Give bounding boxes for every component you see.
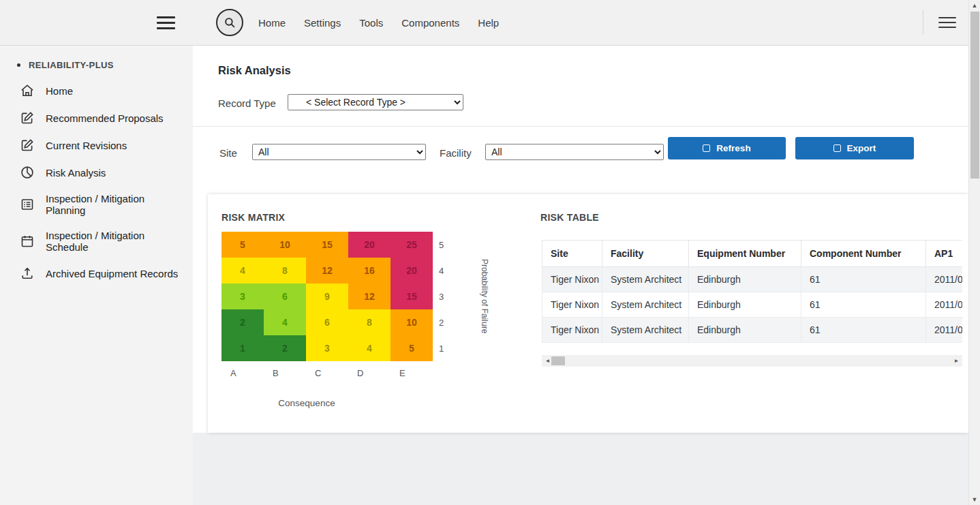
search-icon (224, 17, 236, 29)
scroll-down-arrow-icon[interactable]: ▼ (969, 496, 980, 503)
matrix-cell: 9 (306, 284, 348, 309)
refresh-button-label: Refresh (716, 143, 750, 153)
table-row: Tiger NixonSystem ArchitectEdinburgh6120… (542, 267, 963, 292)
page-vertical-scrollbar[interactable]: ▲ ▼ (968, 0, 980, 505)
export-icon (833, 144, 841, 152)
header-right (923, 10, 956, 35)
matrix-cell: 2 (221, 309, 264, 335)
refresh-icon (703, 144, 710, 152)
risk-table-container: SiteFacilityEquipment NumberComponent Nu… (542, 240, 962, 348)
matrix-cell: 5 (391, 335, 433, 361)
risk-card: RISK MATRIX 5101520254812162036912152468… (208, 194, 968, 433)
matrix-row-label: 5 (439, 232, 444, 258)
matrix-col-labels: ABCDE (221, 368, 433, 378)
table-body: Tiger NixonSystem ArchitectEdinburgh6120… (542, 267, 963, 343)
matrix-cell: 3 (221, 284, 264, 309)
table-cell: 2011/04/ (926, 267, 963, 292)
column-header-facility: Facility (602, 241, 689, 267)
site-select[interactable]: All (252, 144, 426, 160)
record-type-label: Record Type (218, 97, 276, 109)
scroll-right-arrow-icon[interactable]: ► (951, 355, 962, 367)
table-cell: 61 (801, 318, 926, 343)
search-button[interactable] (216, 9, 243, 36)
horizontal-scroll-thumb[interactable] (551, 356, 565, 365)
matrix-cell: 6 (264, 284, 306, 309)
matrix-cell: 4 (264, 309, 306, 335)
table-cell: Tiger Nixon (542, 267, 602, 292)
nav-item-settings[interactable]: Settings (304, 17, 341, 29)
table-cell: 61 (801, 267, 926, 292)
calendar-icon (20, 234, 34, 248)
matrix-col-label: E (391, 368, 433, 378)
sidebar-item-risk-analysis[interactable]: Risk Analysis (0, 159, 193, 186)
matrix-cell: 12 (306, 258, 348, 284)
nav-item-tools[interactable]: Tools (359, 17, 383, 29)
nav-item-help[interactable]: Help (478, 17, 499, 29)
matrix-cell: 10 (264, 232, 306, 258)
page-title: Risk Analysis (218, 64, 291, 77)
matrix-cell: 15 (306, 232, 348, 258)
table-cell: System Architect (602, 318, 689, 343)
matrix-cell: 20 (348, 232, 391, 258)
sidebar-item-label: Recommended Proposals (46, 112, 164, 124)
sidebar-item-label: Inspection / Mitigation Planning (46, 193, 186, 216)
matrix-col-label: B (264, 368, 306, 378)
right-menu-icon[interactable] (938, 17, 956, 28)
matrix-cell: 5 (221, 232, 264, 258)
section-divider (193, 126, 968, 127)
top-nav: HomeSettingsToolsComponentsHelp (258, 17, 499, 29)
brand: RELIABILITY-PLUS (0, 46, 193, 74)
brand-bullet-icon (17, 63, 20, 67)
table-cell: 2011/04/ (926, 318, 963, 343)
matrix-cell: 8 (264, 258, 306, 284)
matrix-cell: 8 (348, 309, 391, 335)
main-area: Risk Analysis Record Type < Select Recor… (193, 46, 968, 505)
table-row: Tiger NixonSystem ArchitectEdinburgh6120… (542, 292, 963, 318)
table-cell: 61 (801, 292, 926, 318)
matrix-y-axis-label: Probability of Failure (478, 232, 491, 361)
home-icon (20, 84, 34, 97)
matrix-row-label: 4 (439, 258, 444, 284)
scroll-up-arrow-icon[interactable]: ▲ (969, 2, 980, 9)
content-sheet: Risk Analysis Record Type < Select Recor… (193, 46, 968, 433)
table-cell: Tiger Nixon (542, 292, 602, 318)
nav-item-home[interactable]: Home (258, 17, 286, 29)
risk-matrix: 51015202548121620369121524681012345 (221, 232, 433, 361)
export-button[interactable]: Export (795, 137, 914, 159)
sidebar-item-home[interactable]: Home (0, 77, 193, 104)
matrix-cell: 15 (391, 284, 433, 309)
sidebar-item-inspection-mitigation-schedule[interactable]: Inspection / Mitigation Schedule (0, 223, 193, 260)
table-horizontal-scrollbar[interactable]: ◄ ► (542, 355, 962, 367)
sidebar-item-label: Risk Analysis (46, 167, 106, 179)
sidebar: RELIABILITY-PLUS HomeRecommended Proposa… (0, 46, 193, 505)
table-cell: Edinburgh (689, 318, 801, 343)
upload-icon (20, 266, 34, 280)
sidebar-toggle-icon[interactable] (157, 16, 175, 29)
header-divider (923, 10, 923, 35)
vertical-scroll-thumb[interactable] (970, 12, 979, 179)
matrix-col-label: C (306, 368, 348, 378)
facility-select[interactable]: All (485, 144, 664, 160)
risk-table-title: RISK TABLE (540, 212, 599, 223)
sidebar-menu: HomeRecommended ProposalsCurrent Revisio… (0, 77, 193, 287)
matrix-row-label: 3 (439, 284, 444, 309)
pencil-square-icon (20, 111, 34, 125)
matrix-cell: 10 (391, 309, 433, 335)
nav-item-components[interactable]: Components (401, 17, 459, 29)
export-button-label: Export (847, 143, 876, 153)
risk-matrix-title: RISK MATRIX (221, 212, 285, 223)
matrix-cell: 12 (348, 284, 391, 309)
sidebar-item-recommended-proposals[interactable]: Recommended Proposals (0, 104, 193, 132)
matrix-cell: 1 (221, 335, 264, 361)
matrix-cell: 25 (391, 232, 433, 258)
sidebar-item-archived-equipment-records[interactable]: Archived Equipment Records (0, 260, 193, 287)
sidebar-item-inspection-mitigation-planning[interactable]: Inspection / Mitigation Planning (0, 186, 193, 223)
column-header-site: Site (542, 241, 602, 267)
sidebar-item-current-revisions[interactable]: Current Revisions (0, 132, 193, 159)
table-cell: Edinburgh (689, 267, 801, 292)
matrix-cell: 3 (306, 335, 348, 361)
refresh-button[interactable]: Refresh (668, 137, 786, 159)
record-type-select[interactable]: < Select Record Type > (288, 94, 463, 110)
sidebar-item-label: Current Revisions (46, 140, 127, 151)
pie-chart-icon (20, 166, 34, 179)
